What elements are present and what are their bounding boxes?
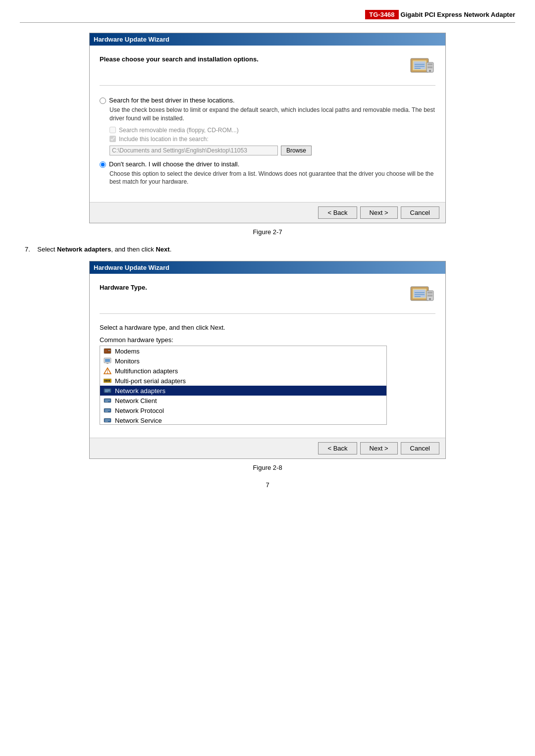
svg-rect-45 (105, 411, 108, 412)
list-item-icon (103, 387, 112, 395)
option1-radio-row: Search for the best driver in these loca… (100, 97, 435, 104)
svg-rect-33 (109, 380, 110, 382)
list-item-label: Network Service (115, 417, 162, 424)
wizard-icon (410, 53, 435, 79)
checkbox2[interactable] (109, 136, 116, 142)
option1-radio[interactable] (100, 98, 106, 104)
figure8-caption: Figure 2-8 (20, 464, 515, 471)
list-item-icon (103, 416, 112, 424)
svg-rect-37 (105, 392, 108, 392)
svg-rect-15 (428, 295, 432, 297)
option2-radio-row: Don't search. I will choose the driver t… (100, 160, 435, 168)
figure8-titlebar: Hardware Update Wizard (90, 261, 445, 274)
header-description: Gigabit PCI Express Network Adapter (401, 11, 515, 18)
figure8-title: Hardware Update Wizard (94, 264, 169, 271)
list-item-label: Monitors (115, 357, 140, 365)
figure8-instruction: Select a hardware type, and then click N… (100, 324, 435, 331)
list-item-label: Network Client (115, 397, 157, 404)
svg-point-28 (107, 372, 108, 373)
figure8-next-button[interactable]: Next > (360, 442, 398, 454)
svg-rect-14 (428, 292, 432, 294)
figure8-cancel-button[interactable]: Cancel (401, 442, 439, 454)
option2-radio[interactable] (100, 161, 106, 168)
list-item[interactable]: Monitors (100, 356, 386, 366)
svg-rect-32 (107, 380, 108, 382)
sub-options: Search removable media (floppy, CD-ROM..… (109, 127, 435, 143)
svg-rect-5 (428, 66, 432, 68)
hardware-list-label: Common hardware types: (100, 336, 435, 344)
figure8-instruction-area: Select a hardware type, and then click N… (100, 321, 435, 430)
figure7-next-button[interactable]: Next > (360, 206, 398, 219)
list-item-label: Network Protocol (115, 407, 164, 414)
checkbox1-row: Search removable media (floppy, CD-ROM..… (109, 127, 435, 134)
svg-rect-43 (105, 409, 110, 410)
page-header: TG-3468 Gigabit PCI Express Network Adap… (20, 10, 515, 23)
svg-rect-22 (108, 350, 110, 351)
option2-desc: Choose this option to select the device … (109, 170, 435, 187)
list-item-icon (103, 357, 112, 365)
figure7-back-button[interactable]: < Back (318, 206, 357, 219)
figure8-header-section: Hardware Type. (100, 282, 435, 314)
list-item[interactable]: Network Client (100, 396, 386, 405)
svg-point-16 (429, 298, 431, 300)
step7-text-part3: . (170, 246, 172, 253)
list-item-icon (103, 406, 112, 414)
figure8-heading: Hardware Type. (100, 282, 147, 291)
svg-rect-47 (105, 419, 110, 420)
step7-bold2: Next (156, 246, 169, 253)
option1-label: Search for the best driver in these loca… (109, 97, 235, 104)
figure7-cancel-button[interactable]: Cancel (401, 206, 439, 219)
svg-rect-24 (105, 359, 110, 362)
svg-rect-35 (105, 390, 110, 390)
svg-rect-30 (105, 380, 106, 382)
svg-rect-41 (105, 402, 108, 402)
options-area: Search for the best driver in these loca… (100, 93, 435, 194)
list-item[interactable]: Modems (100, 346, 386, 356)
svg-rect-44 (105, 410, 110, 411)
figure7-title: Hardware Update Wizard (94, 36, 169, 43)
list-item[interactable]: Network Protocol (100, 405, 386, 415)
svg-point-6 (429, 70, 431, 72)
svg-rect-36 (105, 391, 110, 391)
wizard-icon2 (410, 282, 435, 307)
svg-rect-4 (428, 63, 432, 65)
svg-rect-49 (105, 421, 108, 422)
list-item[interactable]: Multifunction adapters (100, 366, 386, 376)
list-item[interactable]: Network adapters (100, 386, 386, 396)
figure7-heading: Please choose your search and installati… (100, 53, 259, 63)
option1-desc: Use the check boxes below to limit or ex… (109, 106, 435, 123)
svg-rect-39 (105, 400, 110, 400)
list-item[interactable]: Network Service (100, 415, 386, 425)
figure8-dialog: Hardware Update Wizard Hardware Type. (89, 261, 446, 459)
list-item-label: Multifunction adapters (115, 367, 178, 375)
svg-rect-31 (106, 380, 107, 382)
svg-point-21 (105, 350, 107, 352)
figure8-back-button[interactable]: < Back (318, 442, 357, 454)
list-item-label: Network adapters (115, 387, 165, 395)
checkbox1-label: Search removable media (floppy, CD-ROM..… (119, 127, 239, 134)
list-item[interactable]: Multi-port serial adapters (100, 376, 386, 386)
figure7-caption: Figure 2-7 (20, 228, 515, 236)
step7-text-part1: Select (37, 246, 57, 253)
list-item-icon (103, 377, 112, 385)
step7-bold1: Network adapters (57, 246, 111, 253)
hardware-listbox[interactable]: ModemsMonitorsMultifunction adaptersMult… (100, 346, 387, 425)
list-item-icon (103, 347, 112, 355)
checkbox2-row: Include this location in the search: (109, 136, 435, 143)
svg-rect-48 (105, 420, 110, 421)
figure7-header-section: Please choose your search and installati… (100, 53, 435, 86)
option2-label: Don't search. I will choose the driver t… (109, 160, 239, 168)
checkbox2-label: Include this location in the search: (119, 136, 209, 143)
list-item-icon (103, 367, 112, 375)
path-input[interactable] (109, 146, 278, 155)
svg-rect-40 (105, 401, 110, 401)
path-row: Browse (109, 146, 435, 155)
svg-rect-25 (107, 363, 108, 364)
browse-button[interactable]: Browse (281, 146, 312, 155)
list-item-label: Multi-port serial adapters (115, 377, 186, 385)
checkbox1[interactable] (109, 127, 116, 133)
list-item-label: Modems (115, 348, 140, 355)
list-item-icon (103, 397, 112, 404)
figure8-footer: < Back Next > Cancel (90, 438, 445, 458)
figure7-footer: < Back Next > Cancel (90, 202, 445, 223)
